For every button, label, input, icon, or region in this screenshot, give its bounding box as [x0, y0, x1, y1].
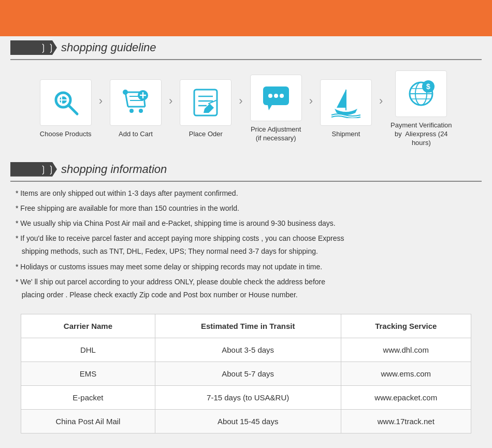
search-icon — [50, 87, 81, 118]
shipping-table: Carrier Name Estimated Time in Transit T… — [21, 314, 471, 433]
step-label-price-adjustment: Price Adjustment(if necessary) — [251, 125, 301, 143]
shopping-information-title-bar: ❳❳ shopping information — [10, 158, 482, 182]
step-icon-box-shipment — [320, 79, 372, 126]
arrow-2: › — [169, 94, 172, 123]
info-bullet-2: * Free shipping are available for more t… — [16, 202, 476, 215]
step-choose-products: Choose Products — [35, 79, 97, 139]
arrow-1: › — [99, 94, 103, 123]
step-place-order: Place Oder — [175, 79, 237, 139]
info-bullet-6: * We' ll ship out parcel according to yo… — [16, 276, 476, 301]
tracking-ems: www.ems.com — [341, 362, 471, 386]
step-icon-box-add-to-cart — [110, 79, 162, 126]
tracking-epacket: www.epacket.com — [341, 386, 471, 410]
info-bullet-3: * We usually ship via China Post Air mai… — [16, 217, 476, 230]
time-epacket: 7-15 days (to USA&RU) — [155, 386, 341, 410]
arrow-4: › — [309, 94, 313, 123]
info-bullet-1: * Items are only shipped out within 1-3 … — [16, 187, 476, 200]
table-row: E-packet 7-15 days (to USA&RU) www.epack… — [21, 386, 471, 410]
svg-point-11 — [139, 109, 143, 113]
step-price-adjustment: Price Adjustment(if necessary) — [245, 75, 307, 143]
step-label-shipment: Shipment — [332, 130, 360, 139]
svg-point-25 — [274, 94, 278, 98]
shopping-information-heading: shopping information — [61, 163, 167, 176]
info-bullet-5: * Holidays or customs issues may meet so… — [16, 261, 476, 273]
tracking-china-post: www.17track.net — [341, 410, 471, 433]
chevron-block: ❳❳ — [10, 40, 57, 55]
arrow-3: › — [239, 94, 242, 123]
cart-icon — [120, 87, 151, 118]
payment-icon: $ — [406, 78, 437, 109]
table-row: EMS About 5-7 days www.ems.com — [21, 362, 471, 386]
svg-line-2 — [68, 105, 77, 114]
shopping-info-text: * Items are only shipped out within 1-3 … — [10, 182, 482, 309]
order-icon — [190, 87, 221, 118]
col-carrier-name: Carrier Name — [21, 314, 155, 338]
svg-point-26 — [280, 94, 284, 98]
time-dhl: About 3-5 days — [155, 338, 341, 362]
svg-text:$: $ — [426, 82, 430, 91]
shopping-guideline-title-bar: ❳❳ shopping guideline — [10, 36, 482, 60]
svg-point-10 — [129, 109, 134, 113]
carrier-ems: EMS — [21, 362, 155, 386]
ship-icon — [330, 87, 361, 118]
svg-marker-23 — [268, 105, 272, 110]
shopping-info-section: * Items are only shipped out within 1-3 … — [0, 182, 492, 448]
step-label-payment-verification: Payment Verificationby Aliexpress (24 ho… — [385, 121, 457, 148]
table-row: DHL About 3-5 days www.dhl.com — [21, 338, 471, 362]
info-bullet-4: * If you'd like to receive parcel faster… — [16, 232, 476, 258]
step-icon-box-payment-verification: $ — [395, 70, 447, 117]
step-icon-box-price-adjustment — [250, 75, 302, 121]
step-add-to-cart: Add to Cart — [105, 79, 167, 139]
shopping-guideline-heading: shopping guideline — [61, 41, 156, 54]
step-icon-box-place-order — [180, 79, 231, 126]
time-china-post: About 15-45 days — [155, 410, 341, 433]
carrier-epacket: E-packet — [21, 386, 155, 410]
step-payment-verification: $ Payment Verificationby Aliexpress (24 … — [385, 70, 457, 148]
step-label-add-to-cart: Add to Cart — [119, 130, 153, 139]
chevron-block-2: ❳❳ — [10, 162, 57, 177]
step-icon-box-choose-products — [40, 79, 92, 126]
tracking-dhl: www.dhl.com — [341, 338, 471, 362]
svg-point-24 — [268, 94, 272, 98]
steps-container: Choose Products › Add to Cart — [0, 60, 492, 158]
carrier-china-post: China Post Ail Mail — [21, 410, 155, 433]
orange-header — [0, 0, 492, 36]
step-label-choose-products: Choose Products — [40, 130, 92, 139]
table-row: China Post Ail Mail About 15-45 days www… — [21, 410, 471, 433]
col-estimated-time: Estimated Time in Transit — [155, 314, 341, 338]
carrier-dhl: DHL — [21, 338, 155, 362]
time-ems: About 5-7 days — [155, 362, 341, 386]
svg-marker-27 — [337, 90, 346, 108]
chat-icon — [261, 82, 292, 113]
arrow-5: › — [379, 94, 383, 123]
col-tracking-service: Tracking Service — [341, 314, 471, 338]
step-shipment: Shipment — [315, 79, 377, 139]
table-header-row: Carrier Name Estimated Time in Transit T… — [21, 314, 471, 338]
step-label-place-order: Place Oder — [189, 130, 223, 139]
